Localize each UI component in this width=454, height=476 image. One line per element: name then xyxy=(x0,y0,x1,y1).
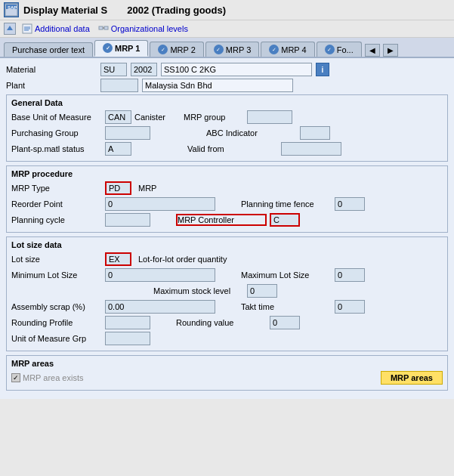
info-button[interactable]: i xyxy=(316,63,329,76)
assembly-label: Assembly scrap (%) xyxy=(11,302,102,311)
lot-size-label: Lot size xyxy=(11,255,102,264)
title-bar: SAP Display Material S 2002 (Trading goo… xyxy=(0,0,454,20)
mrp4-icon: ✓ xyxy=(269,45,279,54)
plant-sp-input[interactable] xyxy=(105,142,131,156)
tab-fo[interactable]: ✓ Fo... xyxy=(317,42,362,57)
reorder-label: Reorder Point xyxy=(11,199,102,209)
rounding-value-label: Rounding value xyxy=(176,318,267,327)
mrp-procedure-section: MRP procedure MRP Type MRP Reorder Point… xyxy=(6,165,448,233)
planning-fence-input[interactable] xyxy=(335,197,365,211)
tab-purchase-order-text[interactable]: Purchase order text xyxy=(4,42,93,57)
min-lot-row: Minimum Lot Size Maximum Lot Size xyxy=(11,268,443,282)
rounding-profile-row: Rounding Profile Rounding value xyxy=(11,316,443,329)
assembly-input[interactable] xyxy=(105,300,215,314)
mrp-controller-label: MRP Controller xyxy=(176,214,267,226)
mrp1-icon: ✓ xyxy=(103,43,113,53)
mrp-procedure-title: MRP procedure xyxy=(11,169,443,178)
planning-cycle-label: Planning cycle xyxy=(11,215,102,224)
main-content: Material i Plant General Data Base Unit … xyxy=(0,58,454,399)
material-code2-input[interactable] xyxy=(131,63,157,76)
mrp-type-row: MRP Type MRP xyxy=(11,181,443,195)
max-stock-row: Maximum stock level xyxy=(11,284,443,298)
svg-rect-9 xyxy=(104,26,108,29)
base-uom-row: Base Unit of Measure Canister MRP group xyxy=(11,110,443,124)
svg-text:SAP: SAP xyxy=(8,5,17,10)
mrp-controller-input[interactable] xyxy=(270,213,300,227)
mrp-type-desc: MRP xyxy=(138,184,156,193)
mrp-area-exists-checkbox: ✓ xyxy=(11,373,20,382)
tabs-container: Purchase order text ✓ MRP 1 ✓ MRP 2 ✓ MR… xyxy=(0,38,454,58)
lot-size-input[interactable] xyxy=(105,252,131,266)
mrp2-icon: ✓ xyxy=(158,45,168,54)
valid-from-label: Valid from xyxy=(187,144,278,153)
takt-input[interactable] xyxy=(335,300,365,314)
max-lot-label: Maximum Lot Size xyxy=(241,270,332,280)
assembly-row: Assembly scrap (%) Takt time xyxy=(11,300,443,314)
mrp-type-label: MRP Type xyxy=(11,184,102,193)
mrp-area-exists-label: MRP area exists xyxy=(23,373,84,382)
plant-code-input[interactable] xyxy=(100,79,138,92)
purch-group-input[interactable] xyxy=(105,126,150,140)
svg-rect-8 xyxy=(99,26,103,29)
app-title: Display Material S xyxy=(23,5,107,16)
mrp-type-input[interactable] xyxy=(105,181,131,195)
org-levels-btn[interactable]: Organizational levels xyxy=(96,23,190,35)
plant-desc-input[interactable] xyxy=(142,79,293,92)
max-stock-label: Maximum stock level xyxy=(153,286,244,295)
mrp-group-input[interactable] xyxy=(247,110,292,124)
mrp-group-label: MRP group xyxy=(184,113,244,122)
plant-sp-row: Plant-sp.matl status Valid from xyxy=(11,142,443,156)
toolbar: Additional data Organizational levels xyxy=(0,20,454,38)
material-label: Material xyxy=(6,65,97,74)
abc-ind-input[interactable] xyxy=(300,126,330,140)
app-icon: SAP xyxy=(4,2,19,17)
mrp-areas-button[interactable]: MRP areas xyxy=(381,371,443,385)
reorder-row: Reorder Point Planning time fence xyxy=(11,197,443,211)
uom-grp-row: Unit of Measure Grp xyxy=(11,332,443,345)
general-data-section: General Data Base Unit of Measure Canist… xyxy=(6,94,448,162)
fo-icon: ✓ xyxy=(325,45,335,54)
plant-sp-label: Plant-sp.matl status xyxy=(11,144,102,153)
tab-mrp4[interactable]: ✓ MRP 4 xyxy=(261,42,314,57)
takt-label: Takt time xyxy=(241,302,332,311)
abc-ind-label: ABC Indicator xyxy=(206,128,297,138)
lot-size-desc: Lot-for-lot order quantity xyxy=(138,255,227,264)
additional-data-btn[interactable]: Additional data xyxy=(20,23,92,35)
min-lot-input[interactable] xyxy=(105,268,215,282)
valid-from-input[interactable] xyxy=(281,142,341,156)
app-subtitle: 2002 (Trading goods) xyxy=(127,5,226,16)
max-lot-input[interactable] xyxy=(335,268,365,282)
reorder-input[interactable] xyxy=(105,197,215,211)
purch-group-label: Purchasing Group xyxy=(11,128,102,138)
planning-fence-label: Planning time fence xyxy=(241,199,332,209)
min-lot-label: Minimum Lot Size xyxy=(11,270,102,280)
base-uom-label: Base Unit of Measure xyxy=(11,113,102,122)
uom-grp-input[interactable] xyxy=(105,332,150,345)
general-data-title: General Data xyxy=(11,98,443,107)
tab-mrp3[interactable]: ✓ MRP 3 xyxy=(205,42,259,57)
base-uom-input[interactable] xyxy=(105,110,131,124)
mrp-areas-section: MRP areas ✓ MRP area exists MRP areas xyxy=(6,355,448,391)
rounding-profile-input[interactable] xyxy=(105,316,150,329)
lot-size-section: Lot size data Lot size Lot-for-lot order… xyxy=(6,236,448,351)
mrp-areas-title: MRP areas xyxy=(11,359,443,368)
material-desc-input[interactable] xyxy=(161,63,312,76)
plant-row: Plant xyxy=(6,79,448,92)
lot-size-row: Lot size Lot-for-lot order quantity xyxy=(11,252,443,266)
tab-scroll-right[interactable]: ▶ xyxy=(383,44,398,57)
material-code1-input[interactable] xyxy=(100,63,127,76)
purch-group-row: Purchasing Group ABC Indicator xyxy=(11,126,443,140)
max-stock-input[interactable] xyxy=(247,284,277,298)
tab-mrp1[interactable]: ✓ MRP 1 xyxy=(94,40,148,57)
tab-scroll-left[interactable]: ◀ xyxy=(365,44,380,57)
uom-grp-label: Unit of Measure Grp xyxy=(11,334,102,343)
tab-mrp2[interactable]: ✓ MRP 2 xyxy=(150,42,203,57)
lot-size-title: Lot size data xyxy=(11,240,443,249)
mrp3-icon: ✓ xyxy=(214,45,224,54)
nav-icon[interactable] xyxy=(4,23,16,35)
mrp-areas-row: ✓ MRP area exists MRP areas xyxy=(11,371,443,385)
material-row: Material i xyxy=(6,63,448,76)
planning-cycle-input[interactable] xyxy=(105,213,150,227)
planning-cycle-row: Planning cycle MRP Controller xyxy=(11,213,443,227)
rounding-value-input[interactable] xyxy=(270,316,300,329)
